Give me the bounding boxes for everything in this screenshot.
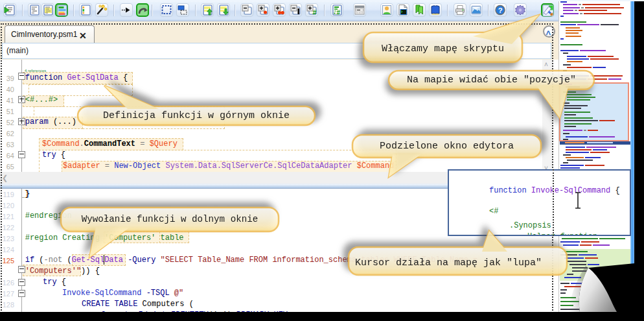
svg-text:#: # — [313, 8, 317, 16]
svg-text:#: # — [337, 9, 341, 16]
